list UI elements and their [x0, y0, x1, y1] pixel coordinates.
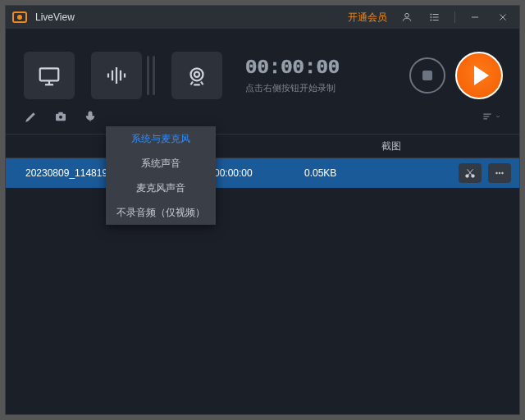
svg-point-31 — [496, 172, 498, 174]
user-icon[interactable] — [395, 6, 418, 29]
vip-link[interactable]: 开通会员 — [348, 11, 387, 25]
svg-point-18 — [191, 68, 203, 80]
more-button[interactable] — [488, 163, 511, 183]
tool-row — [6, 107, 519, 134]
timer-block: 00:00:00 点击右侧按钮开始录制 — [245, 57, 352, 94]
camera-mode-button[interactable] — [171, 52, 222, 99]
camera-icon[interactable] — [53, 109, 68, 124]
svg-line-30 — [468, 169, 472, 175]
audio-mode-button[interactable] — [91, 52, 142, 99]
svg-rect-10 — [40, 68, 59, 80]
file-duration: 00:00:00 — [214, 167, 304, 179]
screen-mode-button[interactable] — [24, 52, 75, 99]
svg-point-33 — [502, 172, 504, 174]
svg-point-4 — [431, 14, 431, 15]
sort-menu-icon[interactable] — [482, 111, 501, 122]
table-header-screenshot[interactable]: 截图 — [263, 139, 520, 153]
dropdown-item-mic[interactable]: 麦克风声音 — [106, 176, 216, 200]
svg-rect-22 — [58, 112, 62, 115]
dropdown-item-system[interactable]: 系统声音 — [106, 151, 216, 176]
svg-point-6 — [431, 20, 431, 21]
app-title: LiveView — [35, 11, 75, 23]
dropdown-item-system-and-mic[interactable]: 系统与麦克风 — [106, 126, 216, 151]
titlebar: LiveView 开通会员 — [6, 6, 519, 29]
svg-point-21 — [59, 116, 62, 119]
drag-handle-icon[interactable] — [147, 56, 155, 95]
minimize-button[interactable] — [463, 6, 486, 29]
file-size: 0.05KB — [304, 167, 403, 179]
svg-point-19 — [194, 72, 199, 77]
cut-button[interactable] — [459, 163, 482, 183]
audio-source-dropdown: 系统与麦克风 系统声音 麦克风声音 不录音频（仅视频） — [106, 126, 216, 225]
microphone-icon[interactable] — [83, 109, 98, 124]
table-row[interactable]: 20230809_114819.mp4 00:00:00 0.05KB — [6, 158, 519, 188]
svg-point-0 — [405, 13, 409, 17]
app-icon — [12, 11, 27, 23]
record-button[interactable] — [455, 52, 503, 99]
pencil-icon[interactable] — [24, 109, 39, 124]
close-button[interactable] — [491, 6, 514, 29]
table-header: 截图 — [6, 135, 519, 158]
controls-row: 00:00:00 点击右侧按钮开始录制 — [6, 29, 519, 107]
svg-point-32 — [499, 172, 500, 174]
svg-point-5 — [431, 16, 431, 17]
stop-button[interactable] — [409, 57, 445, 94]
timer-hint: 点击右侧按钮开始录制 — [245, 82, 352, 94]
app-window: LiveView 开通会员 — [5, 5, 520, 415]
dropdown-item-none[interactable]: 不录音频（仅视频） — [106, 200, 216, 225]
list-icon[interactable] — [423, 6, 446, 29]
svg-line-29 — [468, 169, 473, 175]
timer-value: 00:00:00 — [245, 57, 352, 79]
